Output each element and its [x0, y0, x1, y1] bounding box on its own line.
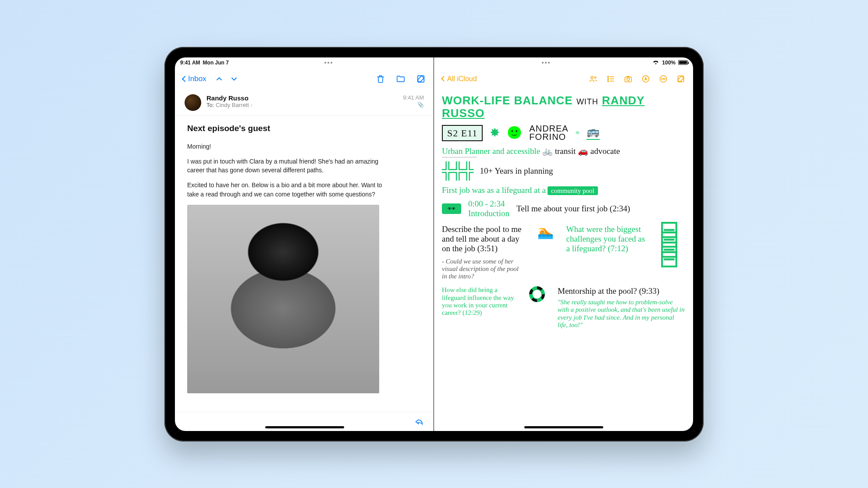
message-subject: Next episode's guest [187, 124, 421, 133]
notes-back-label: All iCloud [447, 75, 477, 83]
recipient-name[interactable]: Cindy Barrett [216, 102, 249, 108]
notes-app-pane: 100% All iCloud [434, 57, 693, 431]
episode-tag: S2 E11 [442, 125, 483, 141]
bicycle-icon: 🚲 [542, 146, 553, 156]
question-2-sub: - Could we use some of her visual descri… [442, 258, 525, 281]
lines-icon: ≡ [576, 129, 580, 137]
status-time: 9:41 AM [180, 60, 200, 66]
message-timestamp: 9:41 AM [403, 94, 424, 101]
bus-icon: 🚌 [587, 126, 600, 140]
prev-message-button[interactable] [214, 74, 224, 84]
question-3: What were the biggest challenges you fac… [566, 224, 650, 253]
mail-back-button[interactable]: Inbox [183, 75, 206, 83]
new-note-button[interactable] [676, 75, 685, 83]
lifebuoy-icon [529, 286, 545, 302]
format-button[interactable] [606, 75, 615, 83]
ipad-device-frame: 9:41 AM Mon Jun 7 Inbox [164, 47, 704, 442]
home-indicator[interactable] [265, 426, 344, 428]
status-bar-left: 9:41 AM Mon Jun 7 [175, 57, 434, 68]
episode-row: S2 E11 ✸ 🙂 ANDREAFORINO ≡ 🚌 [442, 125, 685, 141]
home-indicator[interactable] [524, 426, 603, 428]
svg-point-3 [608, 76, 609, 77]
delete-button[interactable] [376, 74, 385, 84]
svg-point-14 [663, 78, 664, 79]
svg-point-7 [608, 80, 609, 82]
attached-photo[interactable] [187, 205, 379, 393]
audio-clip-icon[interactable] [442, 203, 461, 214]
ipad-screen: 9:41 AM Mon Jun 7 Inbox [175, 57, 693, 431]
question-2: Describe the pool to me and tell me abou… [442, 224, 525, 253]
svg-point-15 [665, 78, 665, 79]
next-message-button[interactable] [229, 74, 239, 84]
question-5-quote: "She really taught me how to problem-sol… [558, 299, 685, 329]
years-line: 10+ Years in planning [480, 166, 553, 176]
mail-app-pane: 9:41 AM Mon Jun 7 Inbox [175, 57, 434, 431]
note-tagline: Urban Planner and accessible 🚲 transit 🚗… [442, 146, 620, 156]
question-1: Tell me about your first job (2:34) [516, 204, 630, 214]
camera-button[interactable] [624, 75, 633, 83]
wifi-icon [652, 59, 659, 66]
markup-button[interactable] [641, 75, 650, 83]
community-pool-tag: community pool [548, 186, 598, 195]
question-5: Mentorship at the pool? (9:33) [558, 286, 685, 296]
mail-toolbar: Inbox [175, 68, 434, 90]
notes-toolbar: All iCloud [434, 68, 693, 90]
sender-name[interactable]: Randy Russo [206, 94, 398, 102]
multitask-dots-icon[interactable] [324, 62, 332, 64]
question-4: How else did being a lifeguard influence… [442, 286, 516, 317]
svg-point-13 [662, 78, 662, 79]
note-canvas[interactable]: WORK-LIFE BALANCE WITH RANDY RUSSO S2 E1… [434, 90, 693, 431]
reply-button[interactable] [414, 417, 424, 426]
map-grid-icon: ╬╬╬ [442, 162, 473, 180]
message-paragraph: Excited to have her on. Below is a bio a… [187, 181, 393, 199]
attachment-icon: 📎 [403, 102, 424, 108]
svg-point-2 [594, 77, 596, 78]
chevron-right-icon: › [250, 102, 252, 108]
grid-years-row: ╬╬╬ 10+ Years in planning [442, 162, 685, 180]
to-label: To: [206, 102, 214, 108]
chevron-left-icon [441, 76, 447, 82]
multitask-dots-icon[interactable] [542, 62, 550, 64]
ladder-icon: ⊟⊟⊟⊟ [659, 224, 685, 264]
svg-point-10 [627, 78, 630, 80]
guest-name: ANDREAFORINO [529, 125, 568, 141]
message-header: Randy Russo To: Cindy Barrett › 9:41 AM … [175, 90, 434, 116]
intro-timestamp: 0:00 - 2:34Introduction [468, 199, 509, 218]
move-folder-button[interactable] [396, 74, 406, 84]
status-date: Mon Jun 7 [203, 60, 229, 66]
sparkle-icon: ✸ [490, 126, 500, 140]
chevron-left-icon [182, 75, 188, 82]
compose-button[interactable] [416, 74, 426, 84]
more-button[interactable] [659, 75, 668, 83]
notes-back-button[interactable]: All iCloud [442, 75, 477, 83]
message-paragraph: Morning! [187, 142, 393, 151]
svg-point-1 [591, 76, 593, 78]
face-doodle-icon: 🙂 [507, 126, 522, 140]
battery-icon [678, 60, 688, 65]
share-collaborate-button[interactable] [589, 75, 598, 83]
battery-percent: 100% [662, 60, 676, 66]
status-bar-right: 100% [434, 57, 693, 68]
message-paragraph: I was put in touch with Clara by a mutua… [187, 157, 393, 175]
note-title: WORK-LIFE BALANCE WITH RANDY RUSSO [442, 94, 685, 121]
pool-ladder-icon: 🏊 [537, 224, 554, 239]
firstjob-line: First job was as a lifeguard at a [442, 185, 546, 195]
svg-point-5 [608, 78, 609, 79]
car-icon: 🚗 [578, 146, 588, 156]
message-body[interactable]: Next episode's guest Morning! I was put … [175, 116, 434, 412]
mail-back-label: Inbox [188, 75, 206, 83]
sender-avatar[interactable] [185, 94, 201, 111]
